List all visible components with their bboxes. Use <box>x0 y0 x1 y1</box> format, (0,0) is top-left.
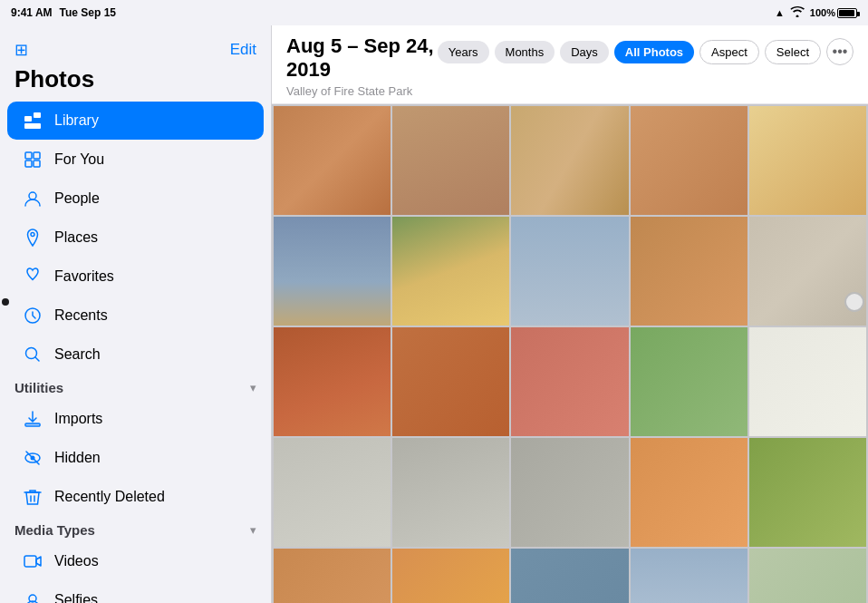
sidebar-item-label-for-you: For You <box>54 151 104 168</box>
sidebar-title: Photos <box>14 65 94 93</box>
photo-cell[interactable] <box>274 327 391 436</box>
people-icon <box>22 188 43 209</box>
more-button[interactable]: ••• <box>826 38 854 65</box>
sidebar-item-label-favorites: Favorites <box>54 268 114 285</box>
sidebar-item-label-imports: Imports <box>54 411 102 427</box>
photo-cell[interactable] <box>511 217 628 326</box>
videos-icon <box>22 550 43 572</box>
favorites-icon <box>22 266 43 287</box>
utilities-section-header[interactable]: Utilities ▾ <box>0 374 271 399</box>
signal-icon: ▲ <box>775 7 785 18</box>
photo-grid <box>272 104 868 603</box>
utilities-title: Utilities <box>14 380 63 395</box>
content-toolbar: Years Months Days All Photos Aspect Sele… <box>438 38 854 65</box>
home-button[interactable] <box>844 292 864 312</box>
photo-cell[interactable] <box>631 549 747 603</box>
svg-rect-1 <box>34 112 41 118</box>
sidebar-item-label-library: Library <box>54 112 99 129</box>
status-bar: 9:41 AM Tue Sep 15 ▲ 100% <box>0 0 868 25</box>
svg-rect-6 <box>34 160 40 167</box>
sidebar-item-people[interactable]: People <box>7 180 264 218</box>
photo-cell[interactable] <box>511 438 628 547</box>
for-you-icon <box>22 149 43 170</box>
media-types-chevron-icon: ▾ <box>250 523 256 537</box>
photo-cell[interactable] <box>631 327 747 436</box>
svg-rect-5 <box>25 160 32 167</box>
sidebar-item-videos[interactable]: Videos <box>7 542 264 580</box>
tab-months[interactable]: Months <box>495 41 555 63</box>
imports-icon <box>22 408 43 430</box>
sidebar-item-label-selfies: Selfies <box>54 592 98 603</box>
selfies-icon <box>22 589 43 603</box>
sidebar-item-recents[interactable]: Recents <box>7 297 264 335</box>
status-time: 9:41 AM <box>11 6 53 19</box>
edit-button[interactable]: Edit <box>230 41 256 59</box>
sidebar-item-label-videos: Videos <box>54 553 99 569</box>
sidebar-item-label-search: Search <box>54 346 101 363</box>
photo-cell[interactable] <box>274 217 391 326</box>
sidebar-item-label-hidden: Hidden <box>54 450 101 466</box>
photo-cell[interactable] <box>274 549 391 603</box>
media-types-title: Media Types <box>14 522 95 538</box>
svg-rect-3 <box>25 152 32 159</box>
sidebar-item-search[interactable]: Search <box>7 336 264 374</box>
status-date: Tue Sep 15 <box>60 6 116 19</box>
sidebar-item-for-you[interactable]: For You <box>7 141 264 179</box>
svg-rect-2 <box>24 123 41 129</box>
photo-cell[interactable] <box>511 327 628 436</box>
photo-cell[interactable] <box>631 106 747 215</box>
sidebar-item-places[interactable]: Places <box>7 219 264 257</box>
sidebar-item-label-recently-deleted: Recently Deleted <box>54 489 165 505</box>
photo-cell[interactable] <box>392 106 509 215</box>
photo-cell[interactable] <box>511 106 628 215</box>
hidden-icon <box>22 447 43 469</box>
select-button[interactable]: Select <box>765 40 821 64</box>
aspect-button[interactable]: Aspect <box>699 40 759 64</box>
photo-cell[interactable] <box>511 549 628 603</box>
title-block: Aug 5 – Sep 24,2019 Valley of Fire State… <box>286 34 434 98</box>
photo-cell[interactable] <box>392 327 509 436</box>
tab-all-photos[interactable]: All Photos <box>614 41 694 63</box>
wifi-icon <box>790 6 805 19</box>
tab-years[interactable]: Years <box>438 41 489 63</box>
sidebar-toggle-icon[interactable]: ⊞ <box>14 40 28 60</box>
places-icon <box>22 227 43 248</box>
sidebar-item-recently-deleted[interactable]: Recently Deleted <box>7 478 264 516</box>
photo-cell[interactable] <box>749 327 866 436</box>
photo-cell[interactable] <box>392 217 509 326</box>
photo-cell[interactable] <box>631 438 747 547</box>
photo-cell[interactable] <box>274 438 391 547</box>
photo-cell[interactable] <box>749 106 866 215</box>
library-icon <box>22 110 43 131</box>
sidebar-item-label-recents: Recents <box>54 307 108 324</box>
photo-cell[interactable] <box>392 438 509 547</box>
sidebar-item-hidden[interactable]: Hidden <box>7 439 264 477</box>
battery-icon: 100% <box>810 7 857 18</box>
recents-icon <box>22 305 43 326</box>
photo-cell[interactable] <box>749 438 866 547</box>
content-area: Aug 5 – Sep 24,2019 Valley of Fire State… <box>272 25 868 603</box>
sidebar-item-library[interactable]: Library <box>7 102 264 140</box>
tab-days[interactable]: Days <box>560 41 609 63</box>
sidebar-item-favorites[interactable]: Favorites <box>7 258 264 296</box>
search-icon <box>22 344 43 365</box>
sidebar-item-imports[interactable]: Imports <box>7 400 264 438</box>
sidebar-item-label-people: People <box>54 190 100 207</box>
sidebar: ⊞ Edit Photos Library <box>0 25 272 603</box>
svg-rect-17 <box>24 556 36 567</box>
trash-icon <box>22 486 43 508</box>
photo-cell[interactable] <box>392 549 509 603</box>
sidebar-item-label-places: Places <box>54 229 98 246</box>
photo-cell[interactable] <box>274 106 391 215</box>
location-label: Valley of Fire State Park <box>286 84 434 98</box>
dot-indicator <box>2 298 9 306</box>
sidebar-header: Photos <box>0 62 271 101</box>
content-header: Aug 5 – Sep 24,2019 Valley of Fire State… <box>272 25 868 104</box>
svg-point-7 <box>29 192 36 199</box>
utilities-chevron-icon: ▾ <box>250 381 256 394</box>
photo-cell[interactable] <box>749 549 866 603</box>
sidebar-item-selfies[interactable]: Selfies <box>7 581 264 603</box>
media-types-section-header[interactable]: Media Types ▾ <box>0 517 271 541</box>
svg-rect-0 <box>24 116 32 122</box>
photo-cell[interactable] <box>631 217 747 326</box>
